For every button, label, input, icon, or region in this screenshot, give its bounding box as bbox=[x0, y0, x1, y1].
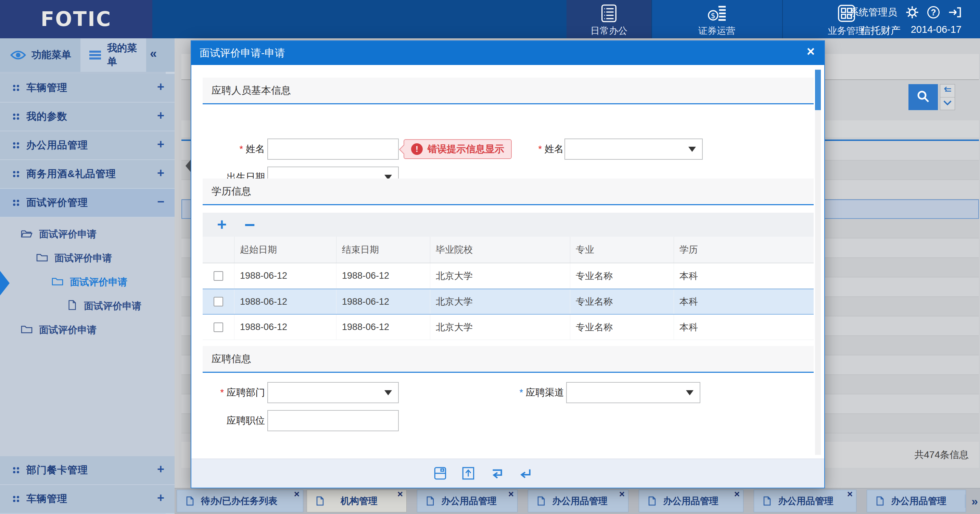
add-row-button[interactable]: + bbox=[217, 216, 227, 233]
folder-icon bbox=[21, 324, 39, 336]
reset-icon bbox=[943, 86, 952, 95]
sidebar-group-business-gifts[interactable]: 商务用酒&礼品管理 + bbox=[0, 160, 175, 189]
row-checkbox[interactable] bbox=[213, 271, 223, 281]
tree-item-interview-apply-3-selected[interactable]: 面试评价申请 bbox=[51, 270, 127, 294]
row-checkbox[interactable] bbox=[213, 297, 223, 306]
tree-item-interview-apply-5[interactable]: 面试评价申请 bbox=[21, 318, 97, 342]
table-row[interactable]: 1988-06-12 1988-06-12 北京大学 专业名称 本科 bbox=[203, 315, 814, 340]
remove-row-button[interactable]: − bbox=[244, 216, 255, 234]
collapse-toggle[interactable]: − bbox=[157, 195, 164, 209]
tab-my-menu[interactable]: 我的菜单 bbox=[80, 38, 146, 72]
tab-todo-task-list[interactable]: 待办/已办任务列表 × bbox=[177, 490, 303, 512]
cell-major: 专业名称 bbox=[570, 289, 674, 314]
channel-select[interactable] bbox=[566, 382, 700, 403]
logout-icon[interactable] bbox=[948, 5, 961, 19]
coins-icon: $ bbox=[706, 3, 727, 23]
expand-toggle[interactable]: + bbox=[157, 491, 164, 505]
section-basic-info: 应聘人员基本信息 bbox=[203, 78, 814, 104]
expand-toggle[interactable]: + bbox=[157, 462, 164, 476]
enter-icon[interactable] bbox=[517, 465, 532, 481]
name2-label: * 姓名 bbox=[510, 138, 564, 160]
expand-search-button[interactable] bbox=[940, 97, 955, 110]
close-icon[interactable]: × bbox=[508, 489, 514, 500]
modal-footer bbox=[191, 458, 824, 488]
help-glyph: ? bbox=[931, 8, 936, 17]
column-header[interactable]: 起始日期 bbox=[234, 236, 336, 263]
expand-toggle[interactable]: + bbox=[157, 137, 164, 151]
sidebar-group-vehicle[interactable]: 车辆管理 + bbox=[0, 74, 175, 103]
nav-tile-daily-office[interactable]: 日常办公 bbox=[566, 0, 651, 38]
expand-toggle[interactable]: + bbox=[157, 166, 164, 180]
tab-office-supplies-5[interactable]: 办公用品管理 bbox=[867, 490, 966, 512]
reset-button[interactable] bbox=[940, 84, 955, 97]
close-icon[interactable]: × bbox=[619, 489, 625, 500]
cell-degree: 本科 bbox=[674, 315, 814, 339]
tab-function-menu[interactable]: 功能菜单 bbox=[0, 38, 80, 72]
search-button[interactable] bbox=[908, 84, 938, 110]
name1-input[interactable] bbox=[267, 138, 399, 160]
sidebar-group-vehicle-2[interactable]: 车辆管理 + bbox=[0, 485, 175, 514]
column-header[interactable]: 专业 bbox=[570, 236, 674, 263]
close-icon[interactable]: × bbox=[807, 44, 815, 59]
tree-item-label: 面试评价申请 bbox=[70, 276, 127, 289]
tab-office-supplies-2[interactable]: 办公用品管理 × bbox=[528, 490, 628, 512]
tree-item-interview-apply-1[interactable]: 面试评价申请 bbox=[21, 222, 97, 246]
cell-end-date: 1988-06-12 bbox=[336, 315, 430, 339]
section-title: 学历信息 bbox=[212, 185, 251, 198]
column-header[interactable]: 结束日期 bbox=[336, 236, 430, 263]
position-input[interactable] bbox=[267, 410, 399, 431]
field-label: 应聘职位 bbox=[227, 414, 265, 427]
group-label: 办公用品管理 bbox=[26, 138, 88, 152]
close-icon[interactable]: × bbox=[847, 489, 853, 500]
table-row-selected[interactable]: 1988-06-12 1988-06-12 北京大学 专业名称 本科 bbox=[203, 289, 814, 315]
page-icon bbox=[186, 496, 194, 506]
nav-tile-securities[interactable]: $ 证券运营 bbox=[651, 0, 782, 38]
tab-office-supplies-4[interactable]: 办公用品管理 × bbox=[754, 490, 856, 512]
modal-scrollbar-track[interactable] bbox=[815, 69, 821, 455]
education-table: 起始日期 结束日期 毕业院校 专业 学历 1988-06-12 1988-06-… bbox=[203, 236, 814, 340]
undo-icon[interactable] bbox=[488, 465, 504, 481]
close-icon[interactable]: × bbox=[398, 489, 403, 500]
close-icon[interactable]: × bbox=[734, 489, 740, 500]
upload-icon[interactable] bbox=[460, 465, 476, 481]
group-bullet-icon bbox=[13, 496, 15, 498]
column-header[interactable]: 毕业院校 bbox=[430, 236, 570, 263]
modal-header[interactable]: 面试评价申请-申请 × bbox=[191, 41, 824, 65]
cell-degree: 本科 bbox=[674, 289, 814, 314]
folder-icon bbox=[51, 276, 70, 289]
error-icon: ! bbox=[411, 143, 423, 155]
close-icon[interactable]: × bbox=[294, 489, 299, 500]
group-bullet-icon bbox=[13, 114, 15, 116]
cell-end-date: 1988-06-12 bbox=[336, 289, 430, 314]
tab-office-supplies-1[interactable]: 办公用品管理 × bbox=[417, 490, 517, 512]
top-bar: FOTIC 日常办公 $ 证券运营 业务管理 系统管理员 bbox=[0, 0, 980, 38]
tab-org-management[interactable]: 机构管理 × bbox=[307, 490, 407, 512]
tree-item-interview-apply-2[interactable]: 面试评价申请 bbox=[36, 246, 112, 270]
sidebar-group-meal-card[interactable]: 部门餐卡管理 + bbox=[0, 456, 175, 485]
tab-my-label: 我的菜单 bbox=[107, 41, 146, 69]
row-checkbox[interactable] bbox=[213, 322, 223, 332]
help-icon[interactable]: ? bbox=[927, 6, 940, 19]
save-icon[interactable] bbox=[432, 465, 448, 481]
gear-icon[interactable] bbox=[905, 5, 919, 19]
interview-application-modal: 面试评价申请-申请 × 应聘人员基本信息 * 姓名 ! 错误提示信息显示 * 姓… bbox=[191, 40, 825, 489]
sidebar-group-my-params[interactable]: 我的参数 + bbox=[0, 103, 175, 131]
modal-scrollbar-thumb[interactable] bbox=[815, 70, 821, 110]
collapse-sidebar-button[interactable]: « bbox=[150, 46, 157, 61]
sidebar-group-office-supplies[interactable]: 办公用品管理 + bbox=[0, 131, 175, 160]
tree-item-interview-apply-4[interactable]: 面试评价申请 bbox=[67, 294, 142, 318]
svg-text:$: $ bbox=[711, 11, 716, 20]
more-tabs-button[interactable]: » bbox=[965, 495, 978, 508]
section-education: 学历信息 bbox=[203, 179, 814, 205]
page-icon bbox=[763, 496, 771, 506]
tab-label: 办公用品管理 bbox=[778, 495, 834, 507]
expand-toggle[interactable]: + bbox=[157, 108, 164, 123]
name1-label: * 姓名 bbox=[198, 138, 265, 160]
name2-select[interactable] bbox=[565, 138, 703, 160]
dept-select[interactable] bbox=[267, 382, 399, 403]
table-row[interactable]: 1988-06-12 1988-06-12 北京大学 专业名称 本科 bbox=[203, 263, 814, 289]
tab-office-supplies-3[interactable]: 办公用品管理 × bbox=[639, 490, 743, 512]
sidebar-group-interview-eval[interactable]: 面试评价管理 − bbox=[0, 189, 175, 217]
expand-toggle[interactable]: + bbox=[157, 80, 164, 94]
column-header[interactable]: 学历 bbox=[674, 236, 814, 263]
